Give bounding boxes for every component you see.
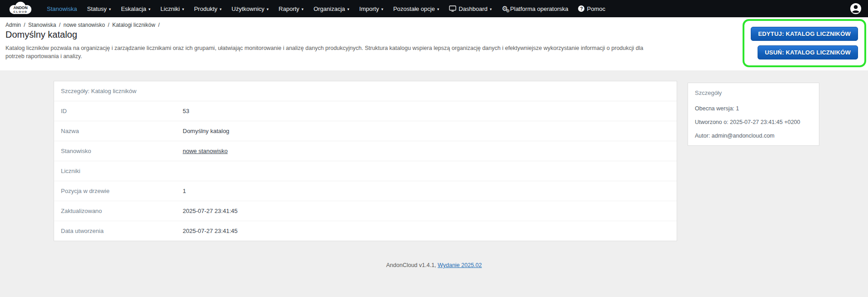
- row-value: Domyślny katalog: [183, 128, 229, 134]
- breadcrumb-separator: /: [158, 22, 160, 28]
- breadcrumb-item-katalogi-licznikow[interactable]: Katalogi liczników: [112, 22, 155, 28]
- caret-down-icon: ▾: [381, 7, 383, 11]
- nav-item-raporty[interactable]: Raporty ▾: [274, 0, 309, 17]
- nav-item-label: Statusy: [87, 5, 106, 12]
- caret-down-icon: ▾: [490, 7, 492, 11]
- row-label: Pozycja w drzewie: [61, 188, 183, 194]
- help-icon: ?: [578, 5, 584, 12]
- breadcrumb-separator: /: [108, 22, 109, 28]
- caret-down-icon: ▾: [347, 7, 349, 11]
- nav-item-dashboard[interactable]: Dashboard ▾: [444, 0, 497, 17]
- row-label: Liczniki: [61, 168, 183, 174]
- breadcrumb-separator: /: [24, 22, 25, 28]
- side-panel-created-at: Utworzono o: 2025-07-27 23:41:45 +0200: [688, 119, 819, 125]
- caret-down-icon: ▾: [302, 7, 304, 11]
- delete-catalog-button[interactable]: USUŃ: KATALOG LICZNIKÓW: [758, 45, 858, 59]
- nav-item-stanowiska[interactable]: Stanowiska: [42, 0, 82, 17]
- logo-text-line2: CLOUD: [13, 10, 27, 13]
- gears-icon: ⚙⚙: [502, 5, 508, 12]
- footer-version-text: AndonCloud v1.4.1,: [386, 262, 436, 268]
- nav-item-label: Dashboard: [459, 5, 488, 12]
- table-row-pozycja: Pozycja w drzewie 1: [54, 181, 677, 201]
- row-value: nowe stanowisko: [183, 148, 228, 154]
- breadcrumb-separator: /: [59, 22, 60, 28]
- nav-item-platforma-operatorska[interactable]: ⚙⚙ Platforma operatorska: [497, 0, 573, 17]
- top-navbar: ANDON CLOUD Stanowiska Statusy ▾ Eskalac…: [0, 0, 868, 17]
- catalog-details-card: Szczegóły: Katalog liczników ID 53 Nazwa…: [54, 81, 677, 241]
- nav-menu: Stanowiska Statusy ▾ Eskalacja ▾ Licznik…: [42, 0, 610, 17]
- caret-down-icon: ▾: [437, 7, 439, 11]
- row-label: ID: [61, 108, 183, 114]
- footer-release-link[interactable]: Wydanie 2025.02: [438, 262, 482, 268]
- page-title: Domyślny katalog: [5, 30, 868, 40]
- nav-item-label: Eskalacja: [121, 5, 146, 12]
- caret-down-icon: ▾: [109, 7, 111, 11]
- row-label: Stanowisko: [61, 148, 183, 154]
- row-value: 2025-07-27 23:41:45: [183, 228, 238, 234]
- nav-item-label: Platforma operatorska: [510, 5, 569, 12]
- nav-item-statusy[interactable]: Statusy ▾: [82, 0, 116, 17]
- table-row-liczniki: Liczniki: [54, 161, 677, 181]
- app-footer: AndonCloud v1.4.1, Wydanie 2025.02: [0, 262, 868, 268]
- nav-item-label: Pomoc: [587, 5, 605, 12]
- details-side-panel: Szczegóły Obecna wersja: 1 Utworzono o: …: [688, 83, 819, 146]
- nav-item-uzytkownicy[interactable]: Użytkownicy ▾: [227, 0, 274, 17]
- caret-down-icon: ▾: [149, 7, 150, 11]
- row-label: Data utworzenia: [61, 228, 183, 234]
- nav-item-pomoc[interactable]: ? Pomoc: [573, 0, 610, 17]
- nav-item-liczniki[interactable]: Liczniki ▾: [155, 0, 189, 17]
- caret-down-icon: ▾: [219, 7, 221, 11]
- nav-item-organizacja[interactable]: Organizacja ▾: [309, 0, 354, 17]
- stanowisko-link[interactable]: nowe stanowisko: [183, 148, 228, 154]
- table-row-zaktualizowano: Zaktualizowano 2025-07-27 23:41:45: [54, 201, 677, 221]
- nav-item-eskalacja[interactable]: Eskalacja ▾: [116, 0, 155, 17]
- row-label: Nazwa: [61, 128, 183, 134]
- nav-item-label: Użytkownicy: [232, 5, 264, 12]
- breadcrumb-item-stanowiska[interactable]: Stanowiska: [28, 22, 56, 28]
- main-content: Szczegóły: Katalog liczników ID 53 Nazwa…: [0, 70, 868, 268]
- logo-text-line1: ANDON: [13, 5, 27, 10]
- table-row-nazwa: Nazwa Domyślny katalog: [54, 121, 677, 141]
- table-row-stanowisko: Stanowisko nowe stanowisko: [54, 141, 677, 161]
- page-header: Admin / Stanowiska / nowe stanowisko / K…: [0, 17, 868, 70]
- nav-item-label: Organizacja: [314, 5, 345, 12]
- page-description: Katalog liczników pozwala na organizację…: [5, 44, 660, 60]
- nav-item-importy[interactable]: Importy ▾: [354, 0, 389, 17]
- side-panel-author: Autor: admin@andoncloud.com: [688, 133, 819, 139]
- user-avatar-icon[interactable]: [850, 3, 862, 15]
- nav-item-pozostale-opcje[interactable]: Pozostałe opcje ▾: [388, 0, 444, 17]
- nav-item-label: Produkty: [194, 5, 217, 12]
- monitor-icon: [449, 5, 456, 12]
- breadcrumb-item-admin[interactable]: Admin: [5, 22, 21, 28]
- nav-item-label: Importy: [359, 5, 379, 12]
- breadcrumb-item-nowe-stanowisko[interactable]: nowe stanowisko: [63, 22, 105, 28]
- nav-item-label: Stanowiska: [47, 5, 77, 12]
- highlighted-actions-box: EDYTUJ: KATALOG LICZNIKÓW USUŃ: KATALOG …: [743, 19, 866, 67]
- breadcrumb: Admin / Stanowiska / nowe stanowisko / K…: [5, 22, 868, 28]
- row-value: 1: [183, 188, 186, 194]
- nav-item-label: Raporty: [279, 5, 299, 12]
- row-label: Zaktualizowano: [61, 208, 183, 214]
- nav-item-label: Liczniki: [160, 5, 180, 12]
- table-row-id: ID 53: [54, 101, 677, 121]
- caret-down-icon: ▾: [267, 7, 269, 11]
- table-row-data-utworzenia: Data utworzenia 2025-07-27 23:41:45: [54, 221, 677, 241]
- edit-catalog-button[interactable]: EDYTUJ: KATALOG LICZNIKÓW: [751, 27, 858, 41]
- nav-item-produkty[interactable]: Produkty ▾: [189, 0, 227, 17]
- row-value: 2025-07-27 23:41:45: [183, 208, 238, 214]
- andoncloud-logo[interactable]: ANDON CLOUD: [6, 1, 35, 16]
- row-value: 53: [183, 108, 189, 114]
- side-panel-header: Szczegóły: [688, 83, 819, 98]
- side-panel-version: Obecna wersja: 1: [688, 105, 819, 112]
- nav-item-label: Pozostałe opcje: [393, 5, 435, 12]
- card-header: Szczegóły: Katalog liczników: [54, 81, 677, 101]
- caret-down-icon: ▾: [182, 7, 184, 11]
